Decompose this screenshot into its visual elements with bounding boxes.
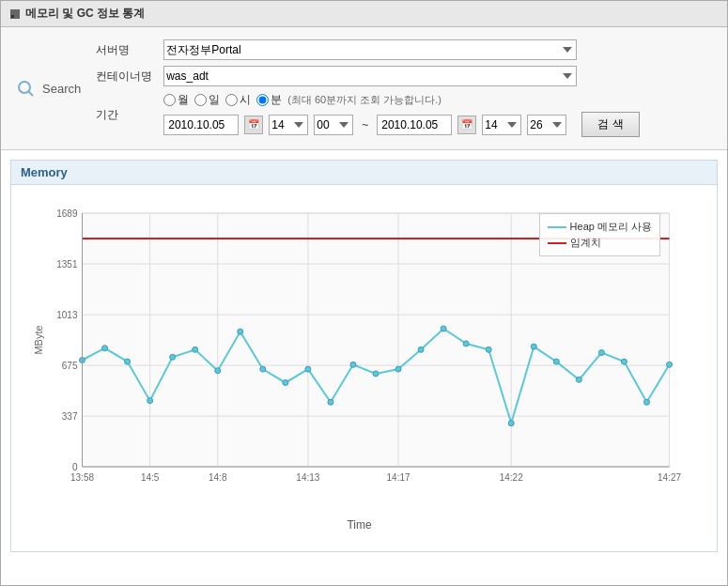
svg-text:0: 0 <box>72 462 78 472</box>
svg-text:1689: 1689 <box>56 208 78 219</box>
server-select[interactable]: 전자정부Portal <box>163 39 577 60</box>
svg-point-37 <box>215 368 221 374</box>
search-label-area: Search <box>16 79 81 98</box>
min-to-select[interactable]: 26 <box>527 115 566 135</box>
svg-point-55 <box>621 359 627 364</box>
x-axis-label: Time <box>21 518 698 532</box>
svg-point-33 <box>125 359 131 364</box>
server-select-cell: 전자정부Portal <box>158 37 644 63</box>
main-window: ▪ 메모리 및 GC 정보 통계 Search 서버명 <box>0 0 728 586</box>
legend-threshold: 임계치 <box>548 236 652 250</box>
svg-point-45 <box>395 366 401 372</box>
title-icon: ▪ <box>10 9 20 19</box>
min-from-select[interactable]: 00 <box>314 115 353 135</box>
svg-point-43 <box>350 362 356 367</box>
svg-point-57 <box>667 362 673 367</box>
search-form: Search 서버명 전자정부Portal 컨테이너명 <box>10 37 645 140</box>
radio-day[interactable] <box>194 94 207 106</box>
threshold-legend-label: 임계치 <box>570 236 601 250</box>
svg-point-47 <box>441 326 446 332</box>
container-select[interactable]: was_adt <box>163 66 577 86</box>
svg-text:675: 675 <box>62 361 78 371</box>
svg-text:14:17: 14:17 <box>387 472 410 483</box>
svg-point-41 <box>305 366 311 372</box>
svg-text:14:8: 14:8 <box>209 472 227 483</box>
radio-month[interactable] <box>163 94 176 106</box>
svg-text:1013: 1013 <box>56 310 78 320</box>
svg-point-39 <box>260 366 266 372</box>
hour-to-select[interactable]: 14 <box>482 115 521 135</box>
heap-legend-label: Heap 메모리 사용 <box>570 220 652 234</box>
svg-point-49 <box>486 347 491 352</box>
title-bar: ▪ 메모리 및 GC 정보 통계 <box>1 1 727 27</box>
svg-text:14:27: 14:27 <box>658 472 681 483</box>
radio-day-label[interactable]: 일 <box>194 92 220 108</box>
radio-hour[interactable] <box>225 94 238 106</box>
container-label: 컨테이너명 <box>90 63 158 89</box>
svg-text:14:13: 14:13 <box>296 472 319 483</box>
radio-month-label[interactable]: 월 <box>163 92 189 108</box>
period-row: 월 일 시 분 (최 <box>163 92 639 108</box>
svg-point-40 <box>283 379 288 385</box>
hour-from-select[interactable]: 14 <box>269 115 308 135</box>
chart-container: Heap 메모리 사용 임계치 0337675101313511689MByte… <box>21 194 698 532</box>
svg-point-42 <box>328 399 333 405</box>
date-to-input[interactable] <box>377 115 452 135</box>
period-label: 기간 <box>90 89 158 140</box>
radio-min[interactable] <box>256 94 269 106</box>
server-label: 서버명 <box>90 37 158 63</box>
svg-point-38 <box>238 329 243 334</box>
date-range-row: 📅 14 00 ~ 📅 14 <box>163 112 639 137</box>
search-text: Search <box>42 82 81 96</box>
svg-point-34 <box>147 398 153 404</box>
svg-text:14:5: 14:5 <box>141 472 160 483</box>
svg-point-35 <box>170 354 176 360</box>
search-panel: Search 서버명 전자정부Portal 컨테이너명 <box>1 27 727 150</box>
tilde: ~ <box>362 118 368 131</box>
svg-point-36 <box>193 347 198 352</box>
period-note: (최대 60분까지 조회 가능합니다.) <box>287 93 441 107</box>
search-button[interactable]: 검 색 <box>581 112 639 137</box>
chart-legend: Heap 메모리 사용 임계치 <box>539 213 660 256</box>
radio-hour-label[interactable]: 시 <box>225 92 251 108</box>
calendar-to-btn[interactable]: 📅 <box>457 116 476 134</box>
svg-point-32 <box>102 346 108 351</box>
date-from-input[interactable] <box>163 115 239 135</box>
radio-min-label[interactable]: 분 <box>256 92 282 108</box>
calendar-from-btn[interactable]: 📅 <box>244 116 263 134</box>
svg-point-46 <box>418 347 424 352</box>
search-icon <box>16 79 35 98</box>
svg-text:MByte: MByte <box>33 325 44 354</box>
window-title: 메모리 및 GC 정보 통계 <box>25 6 145 22</box>
memory-section: Memory Heap 메모리 사용 임계치 03376751013135116… <box>10 160 718 552</box>
heap-legend-line <box>548 226 566 228</box>
svg-text:13:58: 13:58 <box>70 472 94 483</box>
svg-point-53 <box>576 377 581 382</box>
svg-point-50 <box>508 421 514 426</box>
period-cell: 월 일 시 분 (최 <box>158 89 644 140</box>
section-title: Memory <box>11 161 717 185</box>
svg-text:1351: 1351 <box>56 259 78 270</box>
svg-point-44 <box>373 371 379 377</box>
svg-point-48 <box>463 341 469 347</box>
svg-line-1 <box>28 91 33 96</box>
chart-area: Heap 메모리 사용 임계치 0337675101313511689MByte… <box>11 185 717 551</box>
svg-point-54 <box>598 350 604 356</box>
svg-text:337: 337 <box>62 411 78 422</box>
svg-text:14:22: 14:22 <box>500 472 523 483</box>
container-select-cell: was_adt <box>158 63 644 89</box>
svg-point-51 <box>531 344 536 349</box>
threshold-legend-line <box>548 242 566 244</box>
svg-point-52 <box>553 359 559 364</box>
svg-point-56 <box>643 399 649 405</box>
legend-heap: Heap 메모리 사용 <box>548 220 652 234</box>
